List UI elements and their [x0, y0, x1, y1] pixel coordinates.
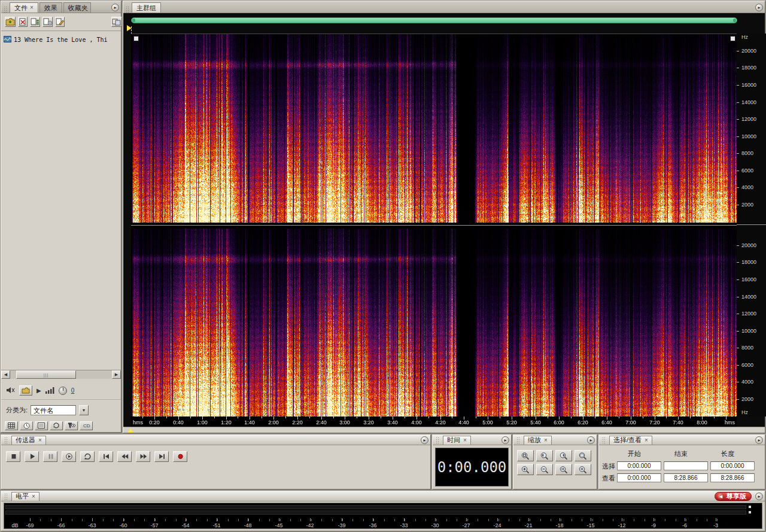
selection-field[interactable]: 0:00.000 [710, 461, 755, 470]
preview-play-icon[interactable]: ▶ [37, 387, 41, 394]
close-tab-icon[interactable]: × [544, 437, 548, 443]
file-list-scrollbar[interactable]: ◀ ||| ▶ [1, 370, 121, 379]
autoplay-button[interactable] [19, 385, 32, 396]
zoom-selection-left-button[interactable] [536, 450, 553, 461]
panel-grip[interactable] [126, 6, 129, 13]
selection-field[interactable]: 0:00.000 [617, 473, 661, 482]
corner-handle-right-icon[interactable] [730, 36, 735, 41]
freq-label: 20000 [741, 242, 756, 248]
rewind-button[interactable] [117, 451, 132, 462]
go-to-start-button[interactable] [99, 451, 113, 462]
file-list-item[interactable]: 13 Where Is the Love , Thi [1, 32, 121, 47]
tab-files[interactable]: 文件 × [10, 2, 38, 13]
zoom-to-selection-button[interactable] [517, 450, 534, 461]
view-toggle-grid-icon[interactable] [5, 421, 18, 430]
go-to-end-button[interactable] [154, 451, 169, 462]
scrollbar-thumb[interactable]: ||| [16, 370, 76, 379]
options-view-icon[interactable] [111, 17, 122, 27]
volume-knob[interactable] [59, 387, 67, 395]
import-file-icon[interactable] [5, 17, 16, 27]
close-file-icon[interactable] [18, 17, 28, 27]
insert-into-cd-icon[interactable] [42, 17, 53, 27]
close-tab-icon[interactable]: × [645, 437, 648, 443]
chevron-down-icon[interactable]: ▼ [79, 405, 89, 415]
edit-original-icon[interactable] [55, 17, 65, 27]
time-panel-tab[interactable]: 时间 × [443, 436, 471, 445]
close-tab-icon[interactable]: × [463, 437, 467, 443]
tab-main-group[interactable]: 主群组 [132, 2, 161, 13]
scrollbar-track[interactable]: ||| [10, 370, 112, 379]
zoom-buttons [513, 445, 594, 475]
panel-grip[interactable] [4, 6, 7, 13]
panel-grip[interactable] [602, 437, 606, 443]
selection-field[interactable]: 8:28.866 [664, 473, 708, 482]
panel-menu-icon[interactable]: ▸ [755, 493, 763, 500]
corner-handle-left-icon[interactable] [133, 36, 139, 41]
zoom-in-vertical-button[interactable] [555, 464, 572, 475]
selection-field[interactable]: 0:00.000 [617, 461, 661, 470]
tab-favorites[interactable]: 收藏夹 [63, 2, 91, 13]
panel-menu-icon[interactable]: ▸ [421, 436, 428, 444]
selection-field[interactable] [664, 461, 708, 470]
close-tab-icon[interactable]: × [38, 437, 42, 443]
sort-dropdown[interactable]: 文件名 [31, 405, 76, 415]
zoom-out-vertical-button[interactable] [574, 464, 591, 475]
volume-value-link[interactable]: 0 [71, 387, 75, 394]
premium-badge[interactable]: ◀ 尊享版 [715, 492, 752, 501]
clip-indicator-right[interactable] [749, 511, 751, 513]
clip-indicator-left[interactable] [749, 506, 751, 508]
view-toggle-loop-icon[interactable] [50, 421, 63, 430]
navigator-left-handle[interactable] [132, 19, 135, 22]
transport-panel-tab[interactable]: 传送器 × [11, 436, 46, 445]
stop-button[interactable] [6, 451, 20, 462]
play-button[interactable] [25, 451, 39, 462]
panel-menu-icon[interactable]: ▸ [587, 436, 595, 444]
navigator-right-handle[interactable] [733, 19, 736, 22]
panel-menu-icon[interactable]: ▸ [501, 436, 509, 444]
panel-grip[interactable] [4, 437, 8, 443]
zoom-out-horizontal-button[interactable] [536, 464, 553, 475]
mute-speaker-icon[interactable] [6, 385, 15, 396]
view-toggle-cd-text-icon[interactable]: CD [80, 421, 93, 430]
file-list[interactable]: 13 Where Is the Love , Thi [1, 32, 121, 370]
playhead-bottom-marker[interactable] [127, 428, 133, 433]
panel-menu-icon[interactable]: ▸ [111, 4, 119, 11]
selection-panel-tab[interactable]: 选择/查看 × [609, 436, 652, 445]
tab-effects[interactable]: 效果 [39, 2, 62, 13]
meter-bars-icon[interactable] [45, 385, 54, 396]
file-toolbar [1, 13, 121, 31]
freq-tick [737, 102, 739, 103]
panel-menu-icon[interactable]: ▸ [755, 436, 763, 444]
panel-grip[interactable] [516, 437, 520, 443]
db-label: -33 [395, 522, 413, 528]
panel-grip[interactable] [436, 437, 439, 443]
insert-into-multitrack-icon[interactable] [30, 17, 40, 27]
zoom-panel-tab[interactable]: 缩放 × [524, 436, 552, 445]
view-toggle-list-icon[interactable] [35, 421, 48, 430]
level-panel-tab[interactable]: 电平 × [11, 492, 39, 501]
range-navigator-bar[interactable] [131, 17, 737, 23]
close-tab-icon[interactable]: × [30, 5, 34, 11]
fast-forward-button[interactable] [136, 451, 150, 462]
scroll-left-icon[interactable]: ◀ [1, 370, 10, 379]
frequency-ruler[interactable]: Hz20000200001800018000160001600014000140… [737, 34, 766, 417]
loop-button[interactable] [80, 451, 95, 462]
channel-divider[interactable] [131, 225, 766, 226]
zoom-selection-right-button[interactable] [555, 450, 572, 461]
record-button[interactable] [173, 451, 187, 462]
view-toggle-clock-icon[interactable] [20, 421, 33, 430]
zoom-out-full-button[interactable] [574, 450, 591, 461]
timeline-ruler[interactable]: hmshms0:200:401:001:201:402:002:202:403:… [131, 417, 737, 427]
close-tab-icon[interactable]: × [32, 494, 35, 500]
db-label: -21 [519, 522, 537, 528]
play-looped-button[interactable] [62, 451, 76, 462]
level-meter[interactable]: dB -69-66-63-60-57-54-51-48-45-42-39-36-… [4, 503, 762, 529]
view-toggle-filter-eye-icon[interactable] [65, 421, 78, 430]
playhead-top-marker[interactable] [127, 25, 132, 31]
pause-button[interactable] [43, 451, 57, 462]
scroll-right-icon[interactable]: ▶ [112, 370, 121, 379]
panel-grip[interactable] [4, 493, 8, 500]
panel-menu-icon[interactable]: ▸ [755, 4, 763, 11]
selection-field[interactable]: 8:28.866 [710, 473, 755, 482]
zoom-in-horizontal-button[interactable] [517, 464, 534, 475]
